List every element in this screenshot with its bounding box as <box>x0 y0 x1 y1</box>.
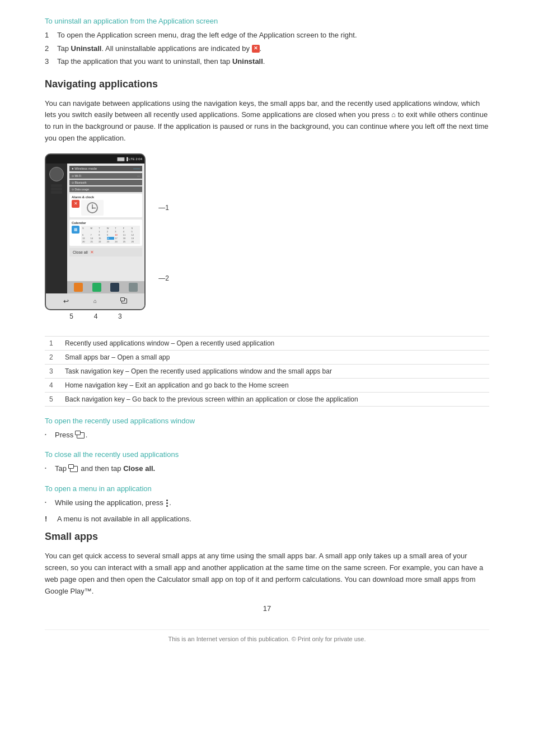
page-number: 17 <box>45 604 489 613</box>
reference-table: 1 Recently used applications window – Op… <box>45 336 489 407</box>
warning-text: A menu is not available in all applicati… <box>57 515 191 523</box>
small-apps-section: Small apps You can get quick access to s… <box>45 531 489 597</box>
ref-row-4: 4 Home navigation key – Exit an applicat… <box>45 378 489 392</box>
ref-row-1: 1 Recently used applications window – Op… <box>45 336 489 350</box>
back-nav-icon: ↩ <box>62 297 71 306</box>
uninstall-step-3: 3 Tap the application that you want to u… <box>45 56 489 67</box>
phone-content-area: ● Wireless mode —— ⊙ Wi-Fi — ⊙ Bluetooth… <box>67 164 144 281</box>
task-button-icon2 <box>70 466 78 472</box>
nav-num-4: 4 <box>94 312 98 320</box>
phone-screen: ▓▓▓ ▐ LTE 2:04 <box>45 153 146 310</box>
device-mockup: ▓▓▓ ▐ LTE 2:04 <box>45 153 157 327</box>
alarm-card: Alarm & clock ✕ <box>69 194 142 217</box>
open-menu-heading: To open a menu in an application <box>45 484 489 493</box>
close-all-bullet: • Tap and then tap Close all. <box>45 463 489 474</box>
ref-row-3: 3 Task navigation key – Open the recentl… <box>45 364 489 378</box>
task-button-icon <box>77 432 85 438</box>
navigating-title: Navigating applications <box>45 78 489 92</box>
ref-num-5: 5 <box>45 392 60 406</box>
sidebar-profile-icon <box>49 167 64 181</box>
warning-icon: ! <box>45 515 53 523</box>
phone-inner: ● Wireless mode —— ⊙ Wi-Fi — ⊙ Bluetooth… <box>46 164 144 309</box>
task-nav-icon <box>120 297 129 306</box>
small-apps-bar <box>67 281 144 293</box>
ref-desc-3: Task navigation key – Open the recently … <box>60 364 489 378</box>
x-icon: ✕ <box>252 45 260 53</box>
uninstall-step-2: 2 Tap Uninstall. All uninstallable appli… <box>45 43 489 54</box>
device-image-container: ▓▓▓ ▐ LTE 2:04 <box>45 153 489 327</box>
menu-dots-icon <box>166 500 168 507</box>
close-all-heading: To close all the recently used applicati… <box>45 450 489 459</box>
open-recently-bullet: • Press . <box>45 430 489 441</box>
close-all-section: To close all the recently used applicati… <box>45 450 489 474</box>
ref-num-2: 2 <box>45 350 60 364</box>
open-recently-section: To open the recently used applications w… <box>45 417 489 441</box>
small-apps-body: You can get quick access to several smal… <box>45 550 489 597</box>
home-icon: ⌂ <box>391 109 396 121</box>
navigating-section: Navigating applications You can navigate… <box>45 78 489 407</box>
ref-row-2: 2 Small apps bar – Open a small app <box>45 350 489 364</box>
ref-num-3: 3 <box>45 364 60 378</box>
phone-bottom-nav: ↩ ⌂ <box>46 293 144 309</box>
uninstall-heading: To uninstall an application from the App… <box>45 17 489 25</box>
page-footer: This is an Internet version of this publ… <box>45 629 489 642</box>
navigating-body: You can navigate between applications us… <box>45 98 489 144</box>
ref-desc-2: Small apps bar – Open a small app <box>60 350 489 364</box>
home-nav-icon: ⌂ <box>91 297 100 306</box>
ref-desc-4: Home navigation key – Exit an applicatio… <box>60 378 489 392</box>
open-recently-heading: To open the recently used applications w… <box>45 417 489 425</box>
calendar-card: Calendar ▦ SMTWTFS 12345 6789101112 1314… <box>69 220 142 246</box>
uninstall-steps: 1 To open the Application screen menu, d… <box>45 30 489 67</box>
phone-sidebar <box>46 164 67 309</box>
uninstall-section: To uninstall an application from the App… <box>45 17 489 67</box>
open-menu-bullet: • While using the application, press . <box>45 497 489 508</box>
open-menu-section: To open a menu in an application • While… <box>45 484 489 524</box>
nav-numbering: 5 4 3 <box>59 312 132 320</box>
nav-num-5: 5 <box>69 312 73 320</box>
ref-num-4: 4 <box>45 378 60 392</box>
uninstall-step-1: 1 To open the Application screen menu, d… <box>45 30 489 41</box>
ref-row-5: 5 Back navigation key – Go back to the p… <box>45 392 489 406</box>
warning-row: ! A menu is not available in all applica… <box>45 515 489 523</box>
ref-desc-1: Recently used applications window – Open… <box>60 336 489 350</box>
phone-status-bar: ▓▓▓ ▐ LTE 2:04 <box>46 155 144 164</box>
close-all-bar: Close all ✕ <box>69 248 142 256</box>
small-apps-title: Small apps <box>45 531 489 545</box>
callout-1: —1 <box>158 204 169 212</box>
ref-desc-5: Back navigation key – Go back to the pre… <box>60 392 489 406</box>
nav-num-3: 3 <box>118 312 122 320</box>
callout-2: —2 <box>158 274 169 282</box>
ref-num-1: 1 <box>45 336 60 350</box>
